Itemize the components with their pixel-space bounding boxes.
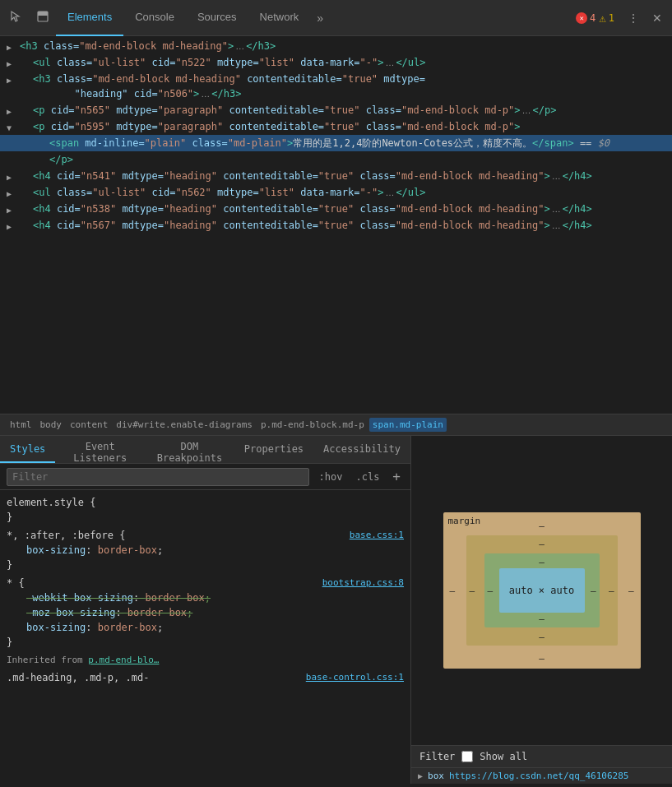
dom-tree: ▶ <h3 class="md-end-block md-heading">…<… <box>0 36 672 414</box>
style-rule-bootstrap: * { bootstrap.css:8 -webkit-box-sizing: … <box>0 574 410 651</box>
svg-rect-1 <box>38 12 48 16</box>
dom-line[interactable]: ▶ <h3 class="md-end-block md-heading">…<… <box>0 38 672 54</box>
content-size: auto × auto <box>509 585 574 596</box>
box-model-panel: margin – – – – border – – – – <box>411 436 672 784</box>
styles-panel: Styles Event Listeners DOM Breakpoints P… <box>0 436 411 784</box>
inherited-selector[interactable]: p.md-end-blo… <box>88 655 159 665</box>
pad-bottom-value: – <box>539 613 545 624</box>
tab-event-listeners[interactable]: Event Listeners <box>55 436 145 463</box>
style-rule-element: element.style { } <box>0 493 410 526</box>
styles-tabs: Styles Event Listeners DOM Breakpoints P… <box>0 436 410 464</box>
dom-line[interactable]: </p> <box>0 151 672 168</box>
dom-line[interactable]: ▶ <ul class="ul-list" cid="n522" mdtype=… <box>0 54 672 71</box>
expand-btn[interactable]: … <box>550 204 563 214</box>
add-style-button[interactable]: + <box>389 467 404 486</box>
expand-btn[interactable]: … <box>383 58 396 67</box>
collapse-triangle[interactable]: ▶ <box>7 57 12 72</box>
devtools-toolbar: Elements Console Sources Network » ✕ 4 ⚠… <box>0 0 672 36</box>
cursor-icon[interactable] <box>3 5 30 30</box>
dom-line[interactable]: ▶ <h3 class="md-end-block md-heading" co… <box>0 71 672 102</box>
expand-btn[interactable]: … <box>199 89 211 99</box>
source-link-bootstrap[interactable]: bootstrap.css:8 <box>322 576 404 590</box>
more-tabs-button[interactable]: » <box>310 7 330 30</box>
border-top-value: – <box>539 539 545 549</box>
expand-btn[interactable]: … <box>234 41 246 51</box>
tab-elements[interactable]: Elements <box>56 0 123 36</box>
dom-line[interactable]: ▶ <h4 cid="n538" mdtype="heading" conten… <box>0 201 672 217</box>
bottom-panel: Styles Event Listeners DOM Breakpoints P… <box>0 436 672 784</box>
collapse-triangle[interactable]: ▶ <box>7 220 12 234</box>
collapse-triangle[interactable]: ▶ <box>7 104 12 119</box>
margin-left-value: – <box>450 586 456 596</box>
inherited-label: Inherited from p.md-end-blo… <box>0 651 410 669</box>
margin-top-value: – <box>539 521 545 531</box>
collapse-triangle[interactable]: ▶ <box>7 170 12 185</box>
bottom-url-bar: ▶ box https://blog.csdn.net/qq_46106285 <box>411 767 672 784</box>
border-right-value: – <box>609 586 614 596</box>
dom-line-selected[interactable]: <span md-inline="plain" class="md-plain"… <box>0 135 672 151</box>
collapse-triangle[interactable]: ▼ <box>7 121 12 136</box>
show-all-checkbox[interactable] <box>461 751 473 762</box>
collapse-triangle[interactable]: ▶ <box>7 187 12 201</box>
collapse-triangle[interactable]: ▶ <box>7 40 12 55</box>
breadcrumb-div[interactable]: div#write.enable-diagrams <box>113 418 256 432</box>
tab-network[interactable]: Network <box>248 0 311 36</box>
breadcrumb-span[interactable]: span.md-plain <box>369 418 447 432</box>
source-link-inherited[interactable]: base-control.css:1 <box>306 670 404 685</box>
tab-dom-breakpoints[interactable]: DOM Breakpoints <box>145 436 234 463</box>
margin-bottom-value: – <box>539 653 545 664</box>
breadcrumb: html body content div#write.enable-diagr… <box>0 414 672 436</box>
dock-icon[interactable] <box>30 5 56 30</box>
dom-line[interactable]: ▶ <p cid="n565" mdtype="paragraph" conte… <box>0 102 672 118</box>
error-icon: ✕ <box>576 12 587 24</box>
border-bottom-value: – <box>539 632 545 642</box>
tab-accessibility[interactable]: Accessibility <box>313 436 410 463</box>
box-model-area: margin – – – – border – – – – <box>411 436 672 745</box>
dom-line[interactable]: ▶ <ul class="ul-list" cid="n562" mdtype=… <box>0 184 672 201</box>
show-all-button[interactable]: Show all <box>480 751 527 762</box>
style-rule-inherited: .md-heading, .md-p, .md- base-control.cs… <box>0 669 410 687</box>
dom-line[interactable]: ▼ <p cid="n595" mdtype="paragraph" conte… <box>0 118 672 135</box>
margin-label: margin <box>448 516 481 526</box>
box-prop-label: box <box>428 771 444 781</box>
filter-label: Filter <box>419 751 455 762</box>
collapse-triangle[interactable]: ▶ <box>7 203 12 218</box>
styles-filter-input[interactable] <box>7 468 309 486</box>
dom-line[interactable]: ▶ <h4 cid="n567" mdtype="heading" conten… <box>0 217 672 234</box>
style-rule-all: *, :after, :before { base.css:1 box-sizi… <box>0 526 410 574</box>
collapse-triangle[interactable]: ▶ <box>7 73 12 88</box>
expand-icon[interactable]: ▶ <box>418 771 423 780</box>
tab-styles[interactable]: Styles <box>0 436 55 463</box>
expand-btn[interactable]: … <box>383 187 396 197</box>
box-model-filter-bar: Filter Show all <box>411 745 672 767</box>
bm-content: auto × auto <box>499 568 585 613</box>
expand-btn[interactable]: … <box>521 105 533 115</box>
pad-top-value: – <box>539 557 545 567</box>
error-badge: ✕ 4 <box>576 12 596 24</box>
cls-button[interactable]: .cls <box>352 470 382 484</box>
menu-button[interactable]: ⋮ <box>621 7 646 30</box>
expand-btn[interactable]: … <box>550 171 563 181</box>
breadcrumb-content[interactable]: content <box>67 418 111 432</box>
breadcrumb-body[interactable]: body <box>37 418 66 432</box>
breadcrumb-html[interactable]: html <box>7 418 35 432</box>
margin-right-value: – <box>628 586 634 596</box>
breadcrumb-p[interactable]: p.md-end-block.md-p <box>257 418 368 432</box>
expand-btn[interactable]: … <box>550 220 563 230</box>
pad-right-value: – <box>591 586 596 596</box>
border-left-value: – <box>470 586 475 596</box>
tab-properties[interactable]: Properties <box>234 436 313 463</box>
box-model-diagram: margin – – – – border – – – – <box>443 512 641 669</box>
source-link-base[interactable]: base.css:1 <box>350 528 404 543</box>
tab-console[interactable]: Console <box>123 0 186 36</box>
source-url[interactable]: https://blog.csdn.net/qq_46106285 <box>449 771 629 781</box>
styles-filter-bar: :hov .cls + <box>0 464 410 490</box>
warning-badge: ⚠ 1 <box>599 12 614 25</box>
pad-left-value: – <box>488 586 494 596</box>
styles-content: element.style { } *, :after, :before { b… <box>0 490 410 784</box>
dom-line[interactable]: ▶ <h4 cid="n541" mdtype="heading" conten… <box>0 168 672 184</box>
tab-sources[interactable]: Sources <box>186 0 248 36</box>
close-button[interactable]: ✕ <box>646 7 669 30</box>
hov-button[interactable]: :hov <box>316 470 346 484</box>
